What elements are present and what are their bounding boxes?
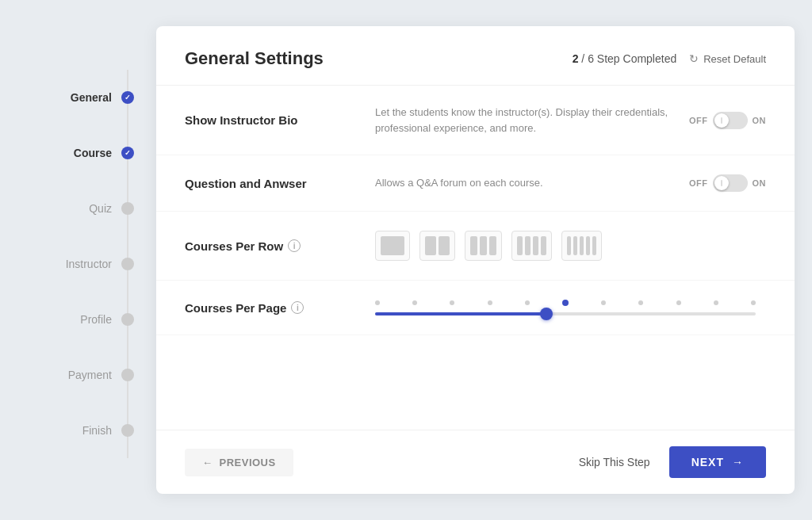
setting-label-col-1: Show Instructor Bio xyxy=(185,113,359,127)
grid-option-2col[interactable] xyxy=(419,231,455,261)
toggle-switch-2[interactable] xyxy=(713,174,748,192)
setting-label-instructor-bio: Show Instructor Bio xyxy=(185,113,359,127)
setting-row-courses-per-page: Courses Per Page i xyxy=(156,281,795,335)
step-label-text: Step Completed xyxy=(597,52,676,65)
toggle-on-label-2: ON xyxy=(753,178,767,188)
grid-options xyxy=(375,231,602,261)
page-title: General Settings xyxy=(185,48,324,69)
step-label-payment: Payment xyxy=(68,369,112,381)
setting-label-qa: Question and Anwser xyxy=(185,177,359,190)
slider-dot-5 xyxy=(525,300,530,305)
total-steps: 6 xyxy=(588,52,594,65)
reset-default-label: Reset Default xyxy=(703,53,766,65)
sidebar: General Course Quiz Instructor Profile xyxy=(17,26,156,494)
sidebar-item-instructor[interactable]: Instructor xyxy=(17,236,156,292)
step-dot-course xyxy=(121,147,134,159)
toggle-control-instructor-bio: OFF ON xyxy=(689,112,766,129)
sidebar-steps: General Course Quiz Instructor Profile xyxy=(17,70,156,458)
setting-row-instructor-bio: Show Instructor Bio Let the students kno… xyxy=(156,86,795,155)
step-dot-instructor xyxy=(121,258,134,270)
skip-step-button[interactable]: Skip This Step xyxy=(579,456,650,468)
info-icon-courses-per-row[interactable]: i xyxy=(288,239,301,252)
sidebar-item-quiz[interactable]: Quiz xyxy=(17,181,156,236)
grid-option-1col[interactable] xyxy=(375,231,410,261)
step-label-course: Course xyxy=(74,147,112,159)
toggle-knob-2 xyxy=(714,176,729,190)
reset-icon: ↻ xyxy=(689,52,699,65)
toggle-instructor-bio[interactable]: OFF ON xyxy=(689,112,766,129)
slider-dots-row xyxy=(375,300,756,306)
next-button[interactable]: NEXT → xyxy=(669,446,766,478)
step-label-finish: Finish xyxy=(82,424,112,437)
slider-dot-11 xyxy=(751,300,756,305)
prev-button-label: PREVIOUS xyxy=(220,457,276,468)
slider-dot-6 xyxy=(562,300,569,306)
info-icon-courses-per-page[interactable]: i xyxy=(291,301,304,314)
reset-default-button[interactable]: ↻ Reset Default xyxy=(689,52,766,65)
slider-dot-9 xyxy=(676,300,681,305)
setting-label-courses-per-row: Courses Per Row i xyxy=(185,239,359,253)
step-dot-finish xyxy=(121,424,134,437)
settings-body: Show Instructor Bio Let the students kno… xyxy=(156,86,795,430)
setting-label-col-3: Courses Per Row i xyxy=(185,239,359,253)
setting-row-courses-per-row: Courses Per Row i xyxy=(156,212,795,281)
step-label-general: General xyxy=(71,91,112,104)
sidebar-item-profile[interactable]: Profile xyxy=(17,292,156,347)
slider-dot-2 xyxy=(412,300,417,305)
slider-track[interactable] xyxy=(375,312,756,315)
step-dot-general xyxy=(121,91,134,104)
step-separator: / xyxy=(581,52,588,65)
slider-fill xyxy=(375,312,546,315)
setting-label-courses-per-page: Courses Per Page i xyxy=(185,301,359,315)
sidebar-item-general[interactable]: General xyxy=(17,70,156,125)
grid-option-4col[interactable] xyxy=(511,231,552,261)
sidebar-item-course[interactable]: Course xyxy=(17,125,156,181)
step-dot-quiz xyxy=(121,202,134,215)
toggle-switch-1[interactable] xyxy=(713,112,748,129)
toggle-on-label-1: ON xyxy=(753,116,767,125)
sidebar-item-finish[interactable]: Finish xyxy=(17,403,156,458)
step-progress: 2 / 6 Step Completed xyxy=(573,52,677,65)
setting-label-col-4: Courses Per Page i xyxy=(185,301,359,315)
slider-dot-7 xyxy=(601,300,606,305)
slider-dot-8 xyxy=(638,300,643,305)
next-arrow-icon: → xyxy=(732,456,744,468)
previous-button[interactable]: ← PREVIOUS xyxy=(185,449,293,476)
footer-right: Skip This Step NEXT → xyxy=(579,446,766,478)
setting-desc-instructor-bio: Let the students know the instructor(s).… xyxy=(375,105,673,136)
step-label-quiz: Quiz xyxy=(89,202,112,215)
slider-thumb[interactable] xyxy=(540,308,553,320)
step-dot-profile xyxy=(121,313,134,326)
toggle-control-qa: OFF ON xyxy=(689,174,766,192)
next-button-label: NEXT xyxy=(691,456,724,468)
slider-container-outer xyxy=(375,300,766,315)
toggle-knob-1 xyxy=(714,113,729,128)
toggle-qa[interactable]: OFF ON xyxy=(689,174,766,192)
slider-dot-10 xyxy=(714,300,718,305)
grid-option-3col[interactable] xyxy=(465,231,502,261)
grid-options-container xyxy=(375,231,766,261)
setting-row-qa: Question and Anwser Allows a Q&A forum o… xyxy=(156,155,795,212)
toggle-off-label-2: OFF xyxy=(689,178,708,188)
slider-dot-1 xyxy=(375,300,380,305)
courses-per-page-slider[interactable] xyxy=(375,300,756,315)
slider-dot-3 xyxy=(450,300,454,305)
toggle-off-label-1: OFF xyxy=(689,116,708,125)
setting-label-col-2: Question and Anwser xyxy=(185,177,359,190)
current-step: 2 xyxy=(573,52,579,65)
sidebar-item-payment[interactable]: Payment xyxy=(17,347,156,403)
step-dot-payment xyxy=(121,369,134,381)
setting-desc-qa: Allows a Q&A forum on each course. xyxy=(375,175,673,191)
prev-arrow-icon: ← xyxy=(202,457,213,468)
step-label-profile: Profile xyxy=(80,313,112,326)
grid-option-5col[interactable] xyxy=(561,231,602,261)
content-header: General Settings 2 / 6 Step Completed ↻ … xyxy=(156,26,795,86)
step-label-instructor: Instructor xyxy=(66,258,112,270)
slider-dot-4 xyxy=(488,300,492,305)
header-right: 2 / 6 Step Completed ↻ Reset Default xyxy=(573,52,766,65)
main-content: General Settings 2 / 6 Step Completed ↻ … xyxy=(156,26,795,494)
content-footer: ← PREVIOUS Skip This Step NEXT → xyxy=(156,430,795,494)
